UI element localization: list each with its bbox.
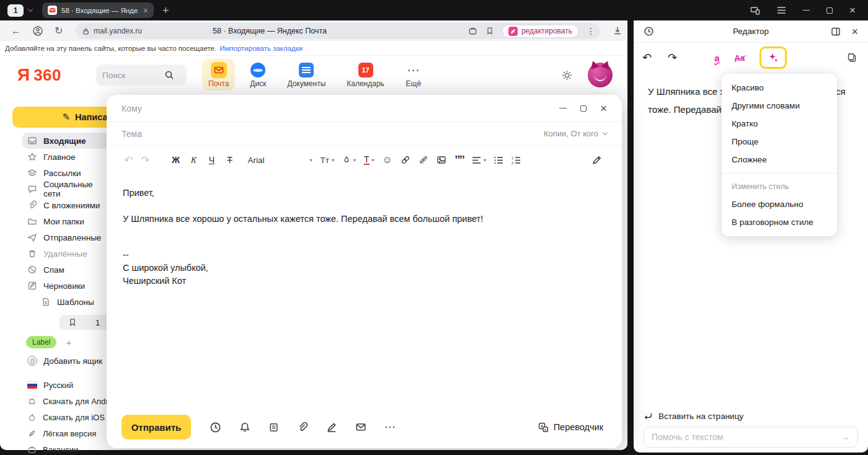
- align-button[interactable]: ▾: [472, 156, 486, 164]
- menu-item-brief[interactable]: Кратко: [722, 115, 837, 133]
- insert-image-icon[interactable]: [436, 155, 446, 165]
- compose-close-icon[interactable]: ×: [600, 102, 607, 114]
- yandex-360-logo[interactable]: Я 360: [17, 65, 61, 85]
- schedule-send-icon[interactable]: [210, 422, 221, 433]
- menu-item-other-words[interactable]: Другими словами: [722, 97, 837, 115]
- menu-item-complex[interactable]: Сложнее: [722, 151, 837, 169]
- spellcheck-icon[interactable]: а: [714, 53, 719, 63]
- compose-subject-row[interactable]: Тема Копии, От кого: [107, 122, 622, 146]
- ai-prompt-box[interactable]: →: [644, 426, 858, 448]
- service-more[interactable]: ⋯ Ещё: [399, 59, 428, 91]
- search-icon[interactable]: [164, 70, 174, 80]
- search-input[interactable]: [102, 71, 164, 80]
- tab-group-chevron-icon[interactable]: [28, 7, 33, 12]
- folder-newsletters[interactable]: Рассылки: [22, 165, 109, 181]
- envelope-icon[interactable]: [355, 422, 366, 433]
- bold-button[interactable]: Ж: [171, 155, 181, 165]
- numbered-list-icon[interactable]: 12: [512, 156, 521, 164]
- devices-sync-icon[interactable]: [750, 6, 760, 15]
- settings-gear-icon[interactable]: [561, 69, 573, 81]
- service-calendar[interactable]: 17 Календарь: [340, 59, 391, 91]
- service-mail[interactable]: Почта: [202, 59, 235, 91]
- downloads-icon[interactable]: [613, 25, 622, 35]
- font-size-select[interactable]: Тт ▾: [321, 156, 334, 165]
- folder-deleted[interactable]: Удалённые: [22, 245, 109, 262]
- style-check-icon[interactable]: Аа: [735, 54, 745, 62]
- search-box[interactable]: [96, 64, 187, 86]
- folder-templates[interactable]: Шаблоны: [36, 294, 109, 310]
- folder-main[interactable]: Главное: [22, 149, 109, 165]
- highlight-color-button[interactable]: ▾: [342, 156, 356, 164]
- refresh-icon[interactable]: ↻: [55, 25, 63, 37]
- compose-body[interactable]: Привет, У Шляпника все хорошо у остальны…: [107, 174, 622, 300]
- text-color-button[interactable]: Т ▾: [364, 155, 374, 165]
- redo-icon[interactable]: ↷: [141, 154, 149, 167]
- signature-pen-icon[interactable]: [326, 422, 337, 433]
- panel-close-icon[interactable]: ×: [851, 26, 858, 37]
- menu-item-beautiful[interactable]: Красиво: [722, 79, 837, 97]
- open-in-window-icon[interactable]: [831, 27, 841, 37]
- add-mailbox-button[interactable]: @ Добавить ящик: [27, 356, 102, 366]
- back-icon[interactable]: ←: [11, 25, 21, 37]
- menu-icon[interactable]: [777, 6, 786, 14]
- attach-file-icon[interactable]: [297, 422, 308, 433]
- folder-social[interactable]: Социальные сети: [22, 181, 109, 197]
- more-actions-icon[interactable]: ⋯: [384, 420, 396, 434]
- tab-close-icon[interactable]: ×: [143, 6, 148, 15]
- service-disk[interactable]: Диск: [244, 59, 272, 91]
- menu-item-formal[interactable]: Более формально: [722, 195, 837, 213]
- submit-arrow-icon[interactable]: →: [840, 431, 850, 443]
- history-clock-icon[interactable]: [644, 26, 654, 37]
- menu-item-conversational[interactable]: В разговорном стиле: [722, 213, 837, 231]
- translator-button[interactable]: Ая Переводчик: [538, 422, 603, 433]
- unlink-icon[interactable]: [418, 155, 428, 165]
- tab-group-chip[interactable]: 1: [7, 4, 24, 17]
- bookmark-icon[interactable]: [485, 27, 494, 35]
- user-avatar[interactable]: [588, 63, 613, 87]
- insert-to-page-button[interactable]: Вставить на страницу: [644, 412, 858, 421]
- template-note-icon[interactable]: [268, 422, 279, 433]
- new-tab-icon[interactable]: +: [162, 5, 169, 16]
- collections-icon[interactable]: [468, 27, 477, 36]
- browser-tab[interactable]: 58 · Входящие — Янде… ×: [42, 2, 154, 18]
- clear-format-icon[interactable]: [591, 155, 602, 166]
- folder-inbox[interactable]: Входящие: [22, 133, 109, 149]
- menu-item-simpler[interactable]: Проще: [722, 133, 837, 151]
- folder-drafts[interactable]: Черновики: [22, 278, 109, 294]
- emoji-icon[interactable]: ☺: [383, 154, 392, 166]
- blockquote-icon[interactable]: ””: [454, 157, 464, 163]
- cc-from-toggle[interactable]: Копии, От кого: [544, 129, 607, 138]
- folder-myfolders[interactable]: Мои папки: [22, 213, 109, 229]
- send-button[interactable]: Отправить: [122, 415, 191, 440]
- import-bookmarks-link[interactable]: Импортировать закладки: [219, 45, 303, 52]
- compose-to-row[interactable]: Кому ×: [107, 95, 622, 122]
- compose-expand-icon[interactable]: [580, 105, 587, 112]
- font-family-select[interactable]: Arial ▾: [248, 156, 312, 165]
- window-minimize-icon[interactable]: [803, 10, 810, 11]
- more-options-icon[interactable]: ⋮: [587, 26, 595, 36]
- ai-improve-button-highlighted[interactable]: [760, 46, 787, 69]
- label-chip[interactable]: Label: [26, 336, 56, 348]
- service-docs[interactable]: Документы: [281, 59, 332, 91]
- underline-button[interactable]: Ч: [207, 155, 217, 165]
- window-close-icon[interactable]: ×: [849, 5, 856, 15]
- strikethrough-button[interactable]: Т: [225, 155, 235, 165]
- folder-attachments[interactable]: С вложениями: [22, 197, 109, 213]
- reminder-bell-icon[interactable]: [239, 422, 250, 433]
- undo-icon[interactable]: ↶: [124, 154, 133, 167]
- edit-mode-button[interactable]: редактировать: [502, 25, 578, 38]
- redo-icon[interactable]: ↷: [668, 51, 677, 64]
- bullet-list-icon[interactable]: [494, 156, 503, 164]
- folder-spam[interactable]: Спам: [22, 262, 109, 278]
- italic-button[interactable]: К: [189, 155, 199, 165]
- undo-icon[interactable]: ↶: [642, 51, 652, 64]
- ai-prompt-input[interactable]: [652, 432, 840, 442]
- compose-minimize-icon[interactable]: [559, 108, 567, 108]
- address-bar[interactable]: mail.yandex.ru 58 · Входящие — Яндекс По…: [76, 23, 600, 39]
- profile-icon[interactable]: [32, 25, 43, 37]
- add-label-icon[interactable]: +: [66, 337, 71, 348]
- copy-icon[interactable]: [847, 53, 857, 63]
- window-maximize-icon[interactable]: [826, 7, 833, 14]
- folder-sent[interactable]: Отправленные: [22, 229, 109, 245]
- link-icon[interactable]: [401, 155, 410, 165]
